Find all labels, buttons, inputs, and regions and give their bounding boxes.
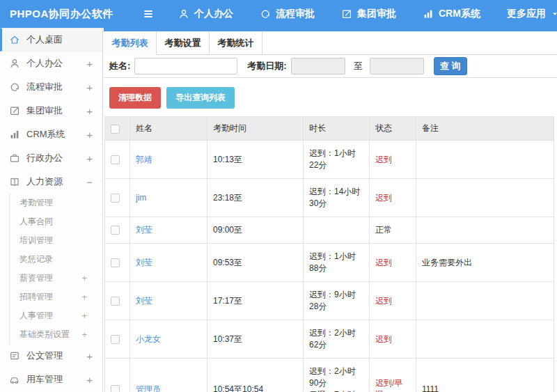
hr-submenu: 考勤管理 人事合同 培训管理 奖惩记录 薪资管理 + 招聘管理 + 人事管理 +… xyxy=(9,194,102,344)
tab-attendance-list[interactable]: 考勤列表 xyxy=(104,31,157,55)
nav-label: CRM系统 xyxy=(439,8,480,20)
sidebar-item-document-management[interactable]: 公文管理 + xyxy=(0,344,102,368)
row-checkbox[interactable] xyxy=(111,335,120,344)
nav-label: 更多应用 xyxy=(507,8,546,20)
status-badge: 迟到 xyxy=(370,320,416,359)
submenu-item-label: 奖惩记录 xyxy=(19,253,53,265)
employee-name-link[interactable]: 小龙女 xyxy=(130,320,207,359)
doc-icon xyxy=(9,350,26,361)
submenu-item-base-category-settings[interactable]: 基础类别设置 + xyxy=(10,325,102,344)
main-panel: 考勤列表 考勤设置 考勤统计 姓名: 考勤日期: 至 查 询 清理数据 导出查询… xyxy=(104,28,557,392)
row-checkbox[interactable] xyxy=(111,226,120,235)
row-checkbox[interactable] xyxy=(111,155,120,164)
note-cell: 1111 xyxy=(416,359,554,392)
export-list-button[interactable]: 导出查询列表 xyxy=(166,87,235,109)
nav-item-group-approval[interactable]: 集团审批 xyxy=(341,8,396,20)
nav-item-crm[interactable]: CRM系统 xyxy=(423,8,480,20)
sidebar-item-human-resources[interactable]: 人力资源 − xyxy=(0,170,102,194)
select-all-cell xyxy=(105,117,130,141)
submenu-item-attendance-management[interactable]: 考勤管理 xyxy=(10,194,102,212)
expand-plus-icon[interactable]: + xyxy=(86,129,93,141)
chart-icon xyxy=(9,129,26,140)
row-checkbox[interactable] xyxy=(111,258,120,267)
status-badge: 迟到 xyxy=(370,141,416,179)
note-cell xyxy=(416,282,554,320)
row-checkbox[interactable] xyxy=(111,385,120,392)
duration-cell: 迟到：1小时22分 xyxy=(304,141,370,179)
expand-plus-icon[interactable]: + xyxy=(86,350,93,362)
search-button[interactable]: 查 询 xyxy=(434,57,467,75)
attendance-time: 10:13至 xyxy=(207,141,304,179)
expand-plus-icon[interactable]: + xyxy=(86,152,93,164)
sidebar-item-admin-office[interactable]: 行政办公 + xyxy=(0,146,102,170)
sidebar-item-group-approval[interactable]: 集团审批 + xyxy=(0,99,102,123)
date-end-input[interactable] xyxy=(370,58,424,75)
status-badge: 迟到 xyxy=(370,282,416,320)
tab-attendance-stats[interactable]: 考勤统计 xyxy=(210,31,262,54)
note-cell xyxy=(416,217,554,244)
car-icon xyxy=(9,374,26,385)
select-all-checkbox[interactable] xyxy=(111,125,120,134)
status-badge: 迟到/早退 xyxy=(370,359,416,392)
employee-name-link[interactable]: 郭靖 xyxy=(130,141,207,179)
sidebar: 个人桌面 个人办公 + 流程审批 + 集团审批 + CRM系统 + 行政办公 +… xyxy=(0,28,103,392)
submenu-item-label: 人事管理 xyxy=(19,310,53,322)
duration-cell: 迟到：14小时30分 xyxy=(304,179,370,217)
employee-name-link[interactable]: 管理员 xyxy=(130,359,207,392)
col-header-time: 考勤时间 xyxy=(207,117,304,141)
employee-name-link[interactable]: jim xyxy=(130,179,207,217)
expand-plus-icon[interactable]: + xyxy=(81,292,87,302)
submenu-item-label: 培训管理 xyxy=(19,235,53,246)
submenu-item-salary-management[interactable]: 薪资管理 + xyxy=(10,269,102,288)
employee-name-link[interactable]: 刘莹 xyxy=(130,244,207,282)
name-input[interactable] xyxy=(134,58,237,75)
submenu-item-personnel-management[interactable]: 人事管理 + xyxy=(10,306,102,325)
nav-label: 个人办公 xyxy=(194,8,233,20)
duration-cell xyxy=(304,217,370,244)
flow-icon xyxy=(9,81,26,93)
hamburger-icon[interactable] xyxy=(142,8,155,20)
chart-icon xyxy=(423,8,434,19)
table-row: 刘莹 17:17至 迟到：9小时28分 迟到 xyxy=(105,282,554,320)
submenu-item-label: 考勤管理 xyxy=(19,197,53,209)
nav-item-personal-office[interactable]: 个人办公 xyxy=(178,8,233,20)
expand-plus-icon[interactable]: + xyxy=(81,329,87,340)
table-row: 管理员 10:54至10:54 迟到：2小时90分早退：7小时10分 迟到/早退… xyxy=(105,359,554,392)
sidebar-item-personal-desktop[interactable]: 个人桌面 xyxy=(0,28,102,52)
employee-name-link[interactable]: 刘莹 xyxy=(130,217,207,244)
expand-plus-icon[interactable]: + xyxy=(81,273,87,283)
employee-name-link[interactable]: 刘莹 xyxy=(130,282,207,320)
expand-plus-icon[interactable]: + xyxy=(86,81,93,93)
table-row: 刘莹 09:00至 正常 xyxy=(105,217,554,244)
table-header-row: 姓名 考勤时间 时长 状态 备注 xyxy=(105,117,554,141)
expand-plus-icon[interactable]: + xyxy=(86,374,93,386)
date-start-input[interactable] xyxy=(291,58,345,75)
duration-cell: 迟到：1小时88分 xyxy=(304,244,370,282)
col-header-name: 姓名 xyxy=(130,117,207,141)
submenu-item-reward-punishment[interactable]: 奖惩记录 xyxy=(10,250,102,269)
tab-attendance-settings[interactable]: 考勤设置 xyxy=(157,31,210,54)
sidebar-item-vehicle-management[interactable]: 用车管理 + xyxy=(0,368,102,391)
collapse-minus-icon[interactable]: − xyxy=(86,176,93,188)
nav-item-workflow-approval[interactable]: 流程审批 xyxy=(260,8,315,20)
row-checkbox[interactable] xyxy=(111,194,120,203)
sidebar-item-personal-office[interactable]: 个人办公 + xyxy=(0,52,102,75)
table-row: 小龙女 10:37至 迟到：2小时62分 迟到 xyxy=(105,320,554,359)
late-duration: 迟到：1小时22分 xyxy=(309,148,363,171)
clear-data-button[interactable]: 清理数据 xyxy=(109,87,161,109)
submenu-item-recruit-management[interactable]: 招聘管理 + xyxy=(10,288,102,306)
expand-plus-icon[interactable]: + xyxy=(81,311,87,321)
submenu-item-hr-contract[interactable]: 人事合同 xyxy=(10,212,102,231)
expand-plus-icon[interactable]: + xyxy=(86,105,93,117)
status-badge: 迟到 xyxy=(370,179,416,217)
row-checkbox[interactable] xyxy=(111,297,120,306)
expand-plus-icon[interactable]: + xyxy=(86,58,93,70)
submenu-item-training-management[interactable]: 培训管理 xyxy=(10,231,102,250)
sidebar-item-crm[interactable]: CRM系统 + xyxy=(0,123,102,146)
note-cell: 业务需要外出 xyxy=(416,244,554,282)
home-icon xyxy=(9,34,26,45)
user-icon xyxy=(9,58,26,69)
col-header-note: 备注 xyxy=(416,117,554,141)
sidebar-item-workflow-approval[interactable]: 流程审批 + xyxy=(0,75,102,99)
nav-item-more-apps[interactable]: 更多应用 xyxy=(507,8,557,20)
